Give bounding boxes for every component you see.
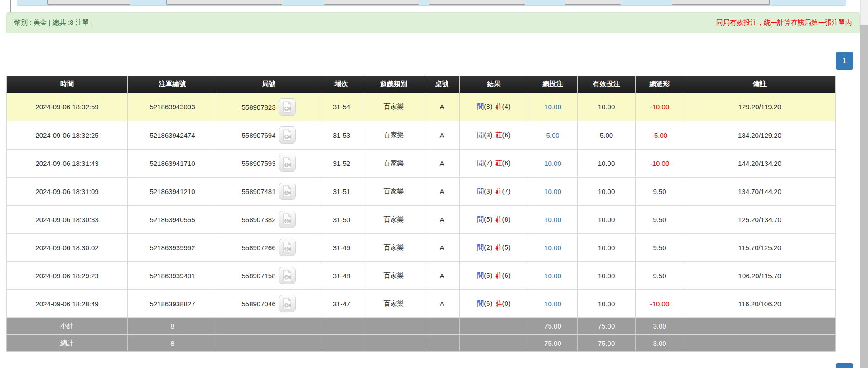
scrollbar-thumb[interactable]	[860, 25, 868, 368]
cell-session: 31-52	[320, 149, 363, 177]
player-points: (2)	[484, 243, 492, 251]
subtotal-total-bet: 75.00	[528, 318, 578, 334]
cell-result: 閒(8)莊(4)	[460, 93, 528, 121]
video-replay-icon	[282, 129, 292, 141]
player-points: (7)	[484, 159, 492, 167]
cell-table-no: A	[424, 177, 460, 205]
cell-result: 閒(5)莊(8)	[460, 205, 528, 233]
cell-valid-bet: 10.00	[578, 177, 636, 205]
summary-bar: 幣別 : 美金 | 總共 :8 注單 | 同局有效投注，統一計算在該局第一張注單…	[6, 12, 860, 33]
note-value: 129.20/119.20	[738, 103, 781, 111]
video-replay-button[interactable]	[279, 211, 296, 228]
cell-session: 31-49	[320, 233, 363, 261]
cell-time: 2024-09-06 18:30:33	[7, 205, 128, 233]
bet-records-table: 時間 注單編號 局號 場次 遊戲類別 桌號 結果 總投注 有效投注 總派彩 備註…	[6, 76, 836, 352]
video-replay-icon	[282, 101, 292, 113]
grand-total-total-bet: 75.00	[528, 334, 578, 351]
banker-label: 莊	[496, 102, 502, 110]
banker-points: (0)	[502, 300, 511, 307]
subtotal-payout: 3.00	[636, 318, 684, 334]
cell-game-type: 百家樂	[363, 205, 424, 233]
banker-label: 莊	[496, 243, 502, 251]
video-replay-button[interactable]	[279, 295, 296, 312]
col-header-valid-bet: 有效投注	[578, 76, 636, 93]
col-header-bet-no: 注單編號	[128, 76, 217, 93]
pagination-page-1[interactable]: 1	[836, 52, 853, 70]
cell-note: 144.20/134.20	[684, 149, 836, 177]
cell-session: 31-51	[320, 177, 363, 205]
cell-total-bet: 10.00	[528, 205, 578, 233]
cell-time: 2024-09-06 18:31:09	[7, 177, 128, 205]
col-header-note: 備註	[684, 76, 836, 93]
col-header-game-type: 遊戲類別	[363, 76, 424, 93]
banker-points: (5)	[502, 243, 511, 251]
pagination-page-1-bottom[interactable]: 1	[836, 363, 853, 368]
cell-result: 閒(2)莊(5)	[460, 233, 528, 261]
cell-valid-bet: 10.00	[578, 233, 636, 261]
table-row: 2024-09-06 18:32:59 521863943093 5589078…	[7, 93, 836, 121]
cell-time: 2024-09-06 18:31:43	[7, 149, 128, 177]
total-bet-link[interactable]: 5.00	[546, 131, 559, 139]
player-points: (8)	[484, 102, 492, 110]
round-number: 558907694	[241, 131, 275, 139]
cell-session: 31-50	[320, 205, 363, 233]
payout-value: -10.00	[650, 160, 670, 167]
filter-field-cutoff[interactable]	[47, 0, 130, 5]
total-bet-link[interactable]: 10.00	[544, 272, 561, 280]
total-bet-link[interactable]: 10.00	[544, 188, 561, 195]
cell-payout: -5.00	[636, 121, 684, 149]
total-bet-link[interactable]: 10.00	[544, 103, 561, 111]
cell-round-no: 558907266	[217, 233, 320, 261]
player-label: 閒	[477, 159, 484, 167]
filter-field-cutoff[interactable]	[324, 0, 419, 5]
player-label: 閒	[477, 243, 484, 251]
player-label: 閒	[477, 187, 484, 195]
banker-label: 莊	[496, 159, 502, 167]
filter-field-cutoff[interactable]	[429, 0, 525, 5]
banker-points: (8)	[502, 215, 511, 223]
cell-note: 106.20/115.70	[684, 261, 836, 290]
cell-note: 116.20/106.20	[684, 290, 836, 318]
cell-game-type: 百家樂	[363, 290, 424, 318]
total-bet-link[interactable]: 10.00	[544, 216, 561, 223]
total-bet-link[interactable]: 10.00	[544, 244, 561, 252]
table-row: 2024-09-06 18:28:49 521863938827 5589070…	[7, 290, 836, 318]
payout-value: 9.50	[653, 244, 666, 252]
cell-valid-bet: 10.00	[578, 205, 636, 233]
filter-field-cutoff[interactable]	[672, 0, 770, 5]
cell-table-no: A	[424, 233, 460, 261]
cell-session: 31-48	[320, 261, 363, 290]
cell-note: 125.20/134.70	[684, 205, 836, 233]
note-value: 116.20/106.20	[738, 300, 781, 308]
grand-total-count: 8	[128, 334, 217, 351]
video-replay-button[interactable]	[279, 239, 296, 256]
video-replay-icon	[282, 242, 292, 253]
banker-label: 莊	[496, 300, 502, 307]
cell-round-no: 558907382	[217, 205, 320, 233]
cell-table-no: A	[424, 149, 460, 177]
cell-bet-no: 521863939401	[128, 261, 217, 290]
video-replay-icon	[282, 298, 292, 310]
table-row: 2024-09-06 18:29:23 521863939401 5589071…	[7, 261, 836, 290]
banker-label: 莊	[496, 215, 502, 223]
video-replay-button[interactable]	[279, 126, 296, 144]
cell-session: 31-53	[320, 121, 363, 149]
filter-field-cutoff[interactable]	[166, 0, 282, 5]
cell-table-no: A	[424, 205, 460, 233]
cell-total-bet: 10.00	[528, 290, 578, 318]
player-points: (3)	[484, 131, 492, 139]
banker-label: 莊	[496, 271, 502, 279]
video-replay-button[interactable]	[279, 98, 296, 116]
video-replay-button[interactable]	[279, 267, 296, 284]
total-bet-link[interactable]: 10.00	[544, 160, 561, 167]
total-bet-link[interactable]: 10.00	[544, 300, 561, 308]
col-header-time: 時間	[7, 76, 128, 93]
cell-payout: -10.00	[636, 93, 684, 121]
filter-field-cutoff[interactable]	[565, 0, 621, 5]
round-number: 558907481	[241, 188, 275, 195]
cell-game-type: 百家樂	[363, 261, 424, 290]
banker-points: (4)	[502, 102, 511, 110]
video-replay-button[interactable]	[279, 183, 296, 200]
cell-session: 31-47	[320, 290, 363, 318]
video-replay-button[interactable]	[279, 155, 296, 172]
